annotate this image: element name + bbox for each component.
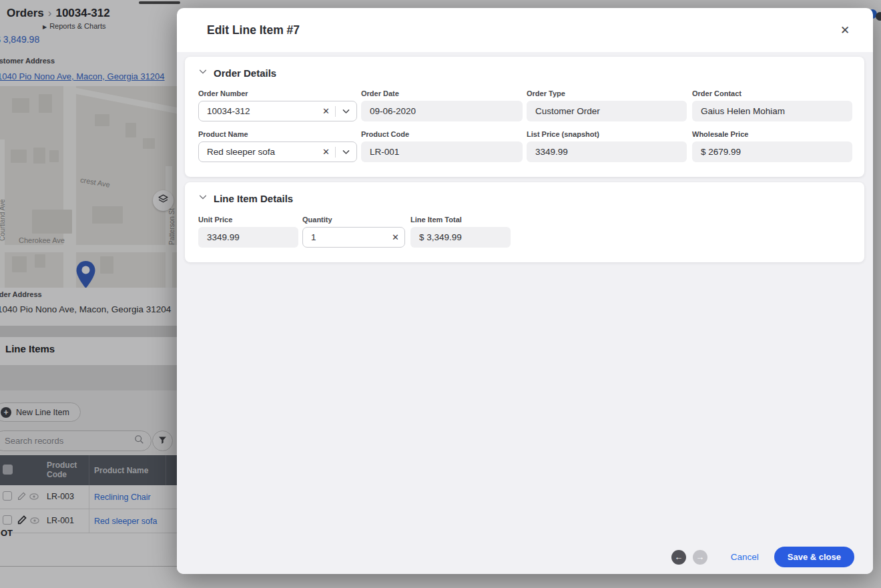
unit-price-label: Unit Price xyxy=(198,216,298,224)
save-and-close-button[interactable]: Save & close xyxy=(774,547,854,567)
modal-title: Edit Line Item #7 xyxy=(207,23,300,37)
order-contact-label: Order Contact xyxy=(692,89,852,97)
product-name-combobox: ✕ xyxy=(198,141,357,162)
previous-record-button[interactable]: ← xyxy=(671,550,686,565)
close-icon[interactable]: ✕ xyxy=(833,18,857,42)
clear-icon[interactable]: ✕ xyxy=(317,147,335,157)
wholesale-price-label: Wholesale Price xyxy=(692,130,852,138)
order-details-title: Order Details xyxy=(214,67,276,79)
list-price-label: List Price (snapshot) xyxy=(527,130,687,138)
modal-footer: ← → Cancel Save & close xyxy=(671,547,854,567)
chevron-down-icon xyxy=(198,192,208,204)
order-number-input[interactable] xyxy=(199,106,317,116)
modal-header: Edit Line Item #7 ✕ xyxy=(177,8,873,52)
screen: Orders›10034-312 ▶Reports & Charts $ 3,8… xyxy=(0,0,881,588)
list-price-value: 3349.99 xyxy=(527,141,687,162)
clear-icon[interactable]: ✕ xyxy=(386,232,404,242)
order-details-card: Order Details Order Number ✕ Orde xyxy=(185,57,864,177)
order-date-label: Order Date xyxy=(361,89,523,97)
order-type-value: Customer Order xyxy=(527,101,687,121)
chevron-down-icon xyxy=(198,67,208,79)
line-item-details-title: Line Item Details xyxy=(214,193,293,204)
product-name-input[interactable] xyxy=(199,147,317,157)
line-item-details-card: Line Item Details Unit Price 3349.99 Qua… xyxy=(185,182,864,262)
line-item-details-section-toggle[interactable]: Line Item Details xyxy=(198,192,293,204)
order-contact-value: Gaius Helen Mohiam xyxy=(692,101,852,121)
next-record-button[interactable]: → xyxy=(693,550,707,565)
product-name-label: Product Name xyxy=(198,130,357,138)
line-item-total-value: $ 3,349.99 xyxy=(410,227,511,248)
quantity-label: Quantity xyxy=(302,216,405,224)
clear-icon[interactable]: ✕ xyxy=(317,106,335,116)
wholesale-price-value: $ 2679.99 xyxy=(692,141,852,162)
edit-line-item-modal: Edit Line Item #7 ✕ Order Details Order … xyxy=(177,8,873,574)
quantity-input[interactable] xyxy=(303,232,386,242)
order-details-section-toggle[interactable]: Order Details xyxy=(198,67,276,79)
modal-body: Order Details Order Number ✕ Orde xyxy=(177,52,873,574)
order-type-label: Order Type xyxy=(527,89,687,97)
order-number-label: Order Number xyxy=(198,89,357,97)
chevron-down-icon[interactable] xyxy=(336,107,356,115)
order-date-value: 09-06-2020 xyxy=(361,101,523,121)
order-number-combobox: ✕ xyxy=(198,101,357,121)
cancel-button[interactable]: Cancel xyxy=(731,552,759,562)
product-code-value: LR-001 xyxy=(361,141,523,162)
chevron-down-icon[interactable] xyxy=(336,148,356,156)
product-code-label: Product Code xyxy=(361,130,523,138)
line-item-total-label: Line Item Total xyxy=(410,216,511,224)
unit-price-value: 3349.99 xyxy=(198,227,298,248)
quantity-field: ✕ xyxy=(302,227,405,248)
